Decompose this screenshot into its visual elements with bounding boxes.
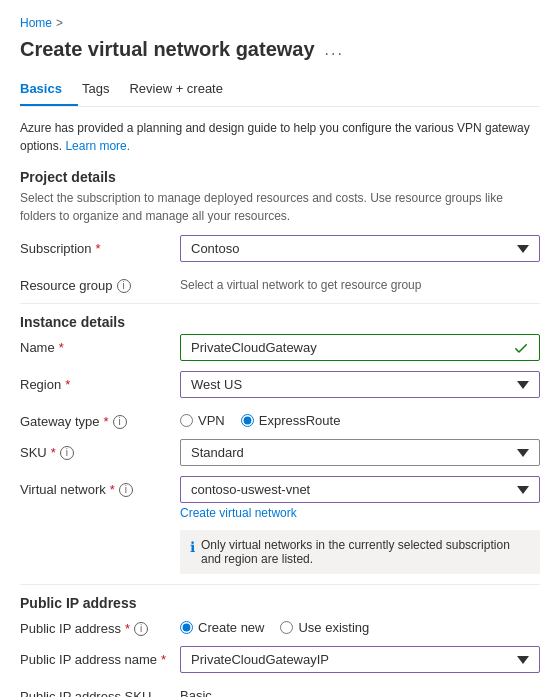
gateway-type-expressroute-radio[interactable] [241, 414, 254, 427]
learn-more-link[interactable]: Learn more. [65, 139, 130, 153]
virtual-network-control: contoso-uswest-vnet Create virtual netwo… [180, 476, 540, 520]
public-ip-use-existing-radio[interactable] [280, 621, 293, 634]
breadcrumb: Home > [20, 16, 540, 30]
region-row: Region * West US [20, 371, 540, 398]
public-ip-info-icon[interactable]: i [134, 622, 148, 636]
gateway-type-radio-group: VPN ExpressRoute [180, 408, 540, 428]
public-ip-sku-row: Public IP address SKU Basic [20, 683, 540, 697]
virtual-network-label: Virtual network * i [20, 476, 180, 497]
public-ip-create-new-option[interactable]: Create new [180, 620, 264, 635]
public-ip-sku-value: Basic [180, 683, 540, 697]
name-control [180, 334, 540, 361]
resource-group-label: Resource group i [20, 272, 180, 293]
subscription-label: Subscription * [20, 235, 180, 256]
gateway-type-vpn-option[interactable]: VPN [180, 413, 225, 428]
page-title: Create virtual network gateway [20, 38, 315, 61]
subscription-row: Subscription * Contoso [20, 235, 540, 262]
sku-required: * [51, 445, 56, 460]
ellipsis-button[interactable]: ... [325, 41, 344, 59]
resource-group-row: Resource group i Select a virtual networ… [20, 272, 540, 293]
tab-basics[interactable]: Basics [20, 73, 78, 106]
info-note-icon: ℹ [190, 539, 195, 555]
resource-group-info-icon[interactable]: i [117, 279, 131, 293]
tab-review-create[interactable]: Review + create [129, 73, 239, 106]
public-ip-use-existing-option[interactable]: Use existing [280, 620, 369, 635]
gateway-type-label: Gateway type * i [20, 408, 180, 429]
sku-control: Standard [180, 439, 540, 466]
gateway-type-info-icon[interactable]: i [113, 415, 127, 429]
sku-info-icon[interactable]: i [60, 446, 74, 460]
region-label: Region * [20, 371, 180, 392]
region-select[interactable]: West US [180, 371, 540, 398]
public-ip-label: Public IP address * i [20, 615, 180, 636]
section-public-ip-title: Public IP address [20, 595, 540, 611]
public-ip-create-new-radio[interactable] [180, 621, 193, 634]
public-ip-name-control: PrivateCloudGatewayIP [180, 646, 540, 673]
public-ip-name-required: * [161, 652, 166, 667]
breadcrumb-home[interactable]: Home [20, 16, 52, 30]
subscription-select[interactable]: Contoso [180, 235, 540, 262]
public-ip-name-row: Public IP address name * PrivateCloudGat… [20, 646, 540, 673]
virtual-network-select[interactable]: contoso-uswest-vnet [180, 476, 540, 503]
public-ip-row: Public IP address * i Create new Use exi… [20, 615, 540, 636]
gateway-type-required: * [104, 414, 109, 429]
virtual-network-info-note: ℹ Only virtual networks in the currently… [180, 530, 540, 574]
divider-2 [20, 584, 540, 585]
public-ip-sku-control: Basic [180, 683, 540, 697]
gateway-type-expressroute-option[interactable]: ExpressRoute [241, 413, 341, 428]
name-row: Name * [20, 334, 540, 361]
sku-row: SKU * i Standard [20, 439, 540, 466]
gateway-type-vpn-radio[interactable] [180, 414, 193, 427]
subscription-control: Contoso [180, 235, 540, 262]
tab-tags[interactable]: Tags [82, 73, 125, 106]
section-project-desc: Select the subscription to manage deploy… [20, 189, 540, 225]
name-label: Name * [20, 334, 180, 355]
virtual-network-required: * [110, 482, 115, 497]
public-ip-radio-group: Create new Use existing [180, 615, 540, 635]
sku-select[interactable]: Standard [180, 439, 540, 466]
resource-group-helper: Select a virtual network to get resource… [180, 272, 540, 292]
gateway-type-row: Gateway type * i VPN ExpressRoute [20, 408, 540, 429]
virtual-network-row: Virtual network * i contoso-uswest-vnet … [20, 476, 540, 520]
gateway-type-control: VPN ExpressRoute [180, 408, 540, 428]
public-ip-required: * [125, 621, 130, 636]
sku-label: SKU * i [20, 439, 180, 460]
create-virtual-network-link[interactable]: Create virtual network [180, 506, 540, 520]
section-project-title: Project details [20, 169, 540, 185]
tabs: Basics Tags Review + create [20, 73, 540, 107]
public-ip-name-label: Public IP address name * [20, 646, 180, 667]
breadcrumb-separator: > [56, 16, 63, 30]
public-ip-control: Create new Use existing [180, 615, 540, 635]
name-required: * [59, 340, 64, 355]
resource-group-control: Select a virtual network to get resource… [180, 272, 540, 292]
divider-1 [20, 303, 540, 304]
virtual-network-info-icon[interactable]: i [119, 483, 133, 497]
section-instance-title: Instance details [20, 314, 540, 330]
region-required: * [65, 377, 70, 392]
region-control: West US [180, 371, 540, 398]
subscription-required: * [96, 241, 101, 256]
info-banner: Azure has provided a planning and design… [20, 119, 540, 155]
public-ip-name-select[interactable]: PrivateCloudGatewayIP [180, 646, 540, 673]
page-title-row: Create virtual network gateway ... [20, 38, 540, 61]
info-note-text: Only virtual networks in the currently s… [201, 538, 530, 566]
name-input[interactable] [180, 334, 540, 361]
public-ip-sku-label: Public IP address SKU [20, 683, 180, 697]
